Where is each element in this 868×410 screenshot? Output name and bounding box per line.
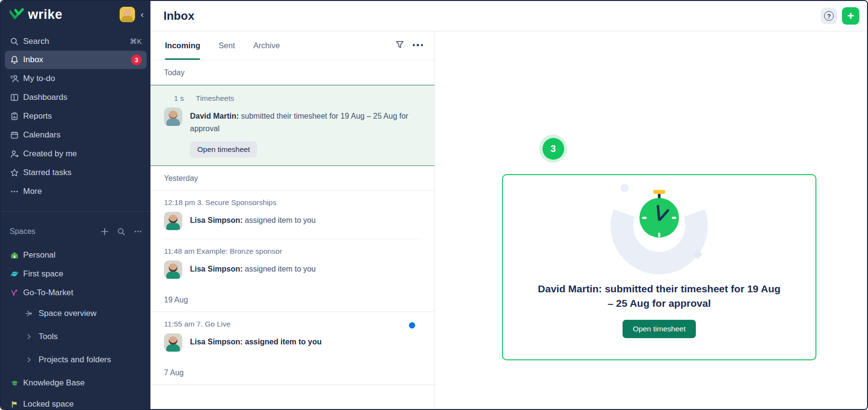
notification-item[interactable]: 11:48 am Example: Bronze sponsor Lisa Si… bbox=[150, 239, 434, 287]
open-timesheet-button[interactable]: Open timesheet bbox=[623, 320, 695, 338]
sidebar-item-calendars[interactable]: Calendars bbox=[1, 125, 150, 144]
sidebar-item-label: More bbox=[23, 187, 142, 196]
space-subitem-projects-and-folders[interactable]: Projects and folders bbox=[1, 348, 150, 371]
spaces-more-icon[interactable] bbox=[134, 228, 142, 235]
sidebar: wrike ‹ Search ⌘K Inbox 3 My to-do bbox=[1, 1, 150, 409]
space-subitem-label: Tools bbox=[39, 332, 142, 342]
notification-source: Timesheets bbox=[196, 94, 234, 103]
sidebar-item-reports[interactable]: Reports bbox=[1, 107, 150, 125]
chevron-right-icon bbox=[24, 332, 34, 342]
planet-icon bbox=[10, 269, 19, 279]
group-header: 7 Aug bbox=[150, 360, 434, 385]
person-arrow-icon bbox=[10, 149, 19, 159]
space-item-knowledge-base[interactable]: Knowledge Base bbox=[1, 371, 150, 395]
list-more-icon[interactable] bbox=[413, 44, 423, 46]
sidebar-search[interactable]: Search ⌘K bbox=[1, 32, 150, 51]
group-header: Today bbox=[150, 60, 434, 85]
sidebar-item-label: Starred tasks bbox=[23, 168, 142, 178]
notification-source: Example: Bronze sponsor bbox=[196, 247, 282, 256]
sidebar-item-label: My to-do bbox=[23, 74, 142, 83]
tab-archive[interactable]: Archive bbox=[253, 31, 280, 60]
add-space-icon[interactable] bbox=[101, 228, 108, 235]
group-header: 19 Aug bbox=[150, 287, 434, 312]
avatar bbox=[164, 212, 182, 230]
space-item-first-space[interactable]: First space bbox=[1, 264, 150, 283]
inbox-unread-badge: 3 bbox=[131, 55, 142, 65]
page-title: Inbox bbox=[163, 9, 821, 23]
question-mark-icon: ? bbox=[824, 11, 834, 21]
bell-icon bbox=[10, 55, 19, 65]
space-item-label: Personal bbox=[23, 250, 142, 260]
inbox-list-panel: Incoming Sent Archive Today 1 s Timeshee… bbox=[150, 31, 435, 409]
sidebar-item-label: Dashboards bbox=[23, 93, 142, 102]
avatar bbox=[164, 260, 182, 279]
sidebar-item-label: Created by me bbox=[23, 149, 142, 159]
notification-count-badge: 3 bbox=[539, 135, 567, 163]
sidebar-item-label: Calendars bbox=[23, 130, 142, 140]
space-item-go-to-market[interactable]: Go-To-Market bbox=[1, 283, 150, 302]
notification-time: 11:55 am bbox=[164, 320, 194, 328]
filter-icon[interactable] bbox=[395, 40, 405, 51]
notification-group-today: Today 1 s Timesheets David Martin: submi… bbox=[150, 60, 434, 166]
notification-source: 3. Secure Sponsorships bbox=[197, 198, 277, 207]
add-button[interactable]: + bbox=[842, 7, 859, 25]
sidebar-item-label: Reports bbox=[23, 111, 142, 121]
notification-message: David Martin: submitted their timesheet … bbox=[190, 108, 421, 135]
space-subitem-space-overview[interactable]: Space overview bbox=[1, 302, 150, 325]
wrike-logo-icon bbox=[10, 8, 24, 21]
stopwatch-illustration bbox=[584, 181, 734, 280]
notification-detail-card: David Martin: submitted their timesheet … bbox=[502, 174, 816, 360]
search-icon bbox=[10, 37, 19, 46]
notification-time: 12:18 pm bbox=[164, 198, 195, 207]
sidebar-item-dashboards[interactable]: Dashboards bbox=[1, 88, 150, 107]
group-header: Yesterday bbox=[150, 166, 434, 191]
plus-icon: + bbox=[847, 10, 854, 22]
space-item-label: Locked space bbox=[23, 399, 142, 409]
search-spaces-icon[interactable] bbox=[117, 228, 125, 236]
space-item-label: First space bbox=[23, 269, 142, 279]
open-timesheet-button[interactable]: Open timesheet bbox=[190, 141, 257, 158]
space-subitem-label: Projects and folders bbox=[39, 355, 142, 365]
tab-sent[interactable]: Sent bbox=[218, 31, 235, 60]
sidebar-item-my-todo[interactable]: My to-do bbox=[1, 69, 150, 88]
spaces-header: Spaces bbox=[1, 221, 150, 242]
notification-time: 11:48 am bbox=[164, 247, 194, 256]
notification-item[interactable]: 11:55 am 7. Go Live Lisa Simpson: assign… bbox=[150, 312, 434, 360]
notification-message: Lisa Simpson: assigned item to you bbox=[190, 212, 316, 230]
notification-group-7-aug: 7 Aug bbox=[150, 360, 434, 385]
logo-text: wrike bbox=[28, 7, 63, 22]
notification-message: Lisa Simpson: assigned item to you bbox=[190, 260, 316, 279]
space-item-label: Go-To-Market bbox=[23, 288, 142, 298]
dashboards-icon bbox=[10, 93, 19, 102]
space-subitem-label: Space overview bbox=[39, 309, 142, 318]
go-to-market-icon bbox=[10, 288, 19, 298]
sidebar-item-starred-tasks[interactable]: Starred tasks bbox=[1, 163, 150, 182]
notification-item[interactable]: 1 s Timesheets David Martin: submitted t… bbox=[150, 85, 434, 166]
notification-group-yesterday: Yesterday 12:18 pm 3. Secure Sponsorship… bbox=[150, 166, 434, 287]
search-shortcut: ⌘K bbox=[130, 37, 142, 46]
sidebar-item-label: Inbox bbox=[23, 55, 131, 65]
star-icon bbox=[10, 168, 19, 178]
inbox-tabs: Incoming Sent Archive bbox=[150, 31, 434, 60]
notification-item[interactable]: 12:18 pm 3. Secure Sponsorships Lisa Sim… bbox=[150, 191, 434, 239]
sidebar-item-inbox[interactable]: Inbox 3 bbox=[5, 51, 147, 69]
ellipsis-icon bbox=[10, 187, 19, 196]
space-item-locked-space[interactable]: Locked space bbox=[1, 395, 150, 409]
space-item-personal[interactable]: Personal bbox=[1, 246, 150, 264]
collapse-sidebar-icon[interactable]: ‹ bbox=[141, 9, 144, 20]
tab-incoming[interactable]: Incoming bbox=[165, 31, 200, 60]
sidebar-item-more[interactable]: More bbox=[1, 182, 150, 201]
user-avatar[interactable] bbox=[120, 7, 135, 22]
calendar-icon bbox=[10, 130, 19, 140]
logo-row: wrike ‹ bbox=[1, 1, 150, 28]
flag-icon bbox=[10, 399, 19, 409]
graduation-cap-icon bbox=[10, 378, 19, 388]
sidebar-item-created-by-me[interactable]: Created by me bbox=[1, 144, 150, 163]
chevron-right-icon bbox=[24, 355, 34, 365]
space-overview-arrow-icon bbox=[24, 309, 34, 318]
space-item-label: Knowledge Base bbox=[23, 378, 142, 388]
reports-icon bbox=[10, 111, 19, 121]
space-subitem-tools[interactable]: Tools bbox=[1, 325, 150, 348]
help-button[interactable]: ? bbox=[821, 8, 837, 24]
app-window: wrike ‹ Search ⌘K Inbox 3 My to-do bbox=[0, 0, 868, 410]
